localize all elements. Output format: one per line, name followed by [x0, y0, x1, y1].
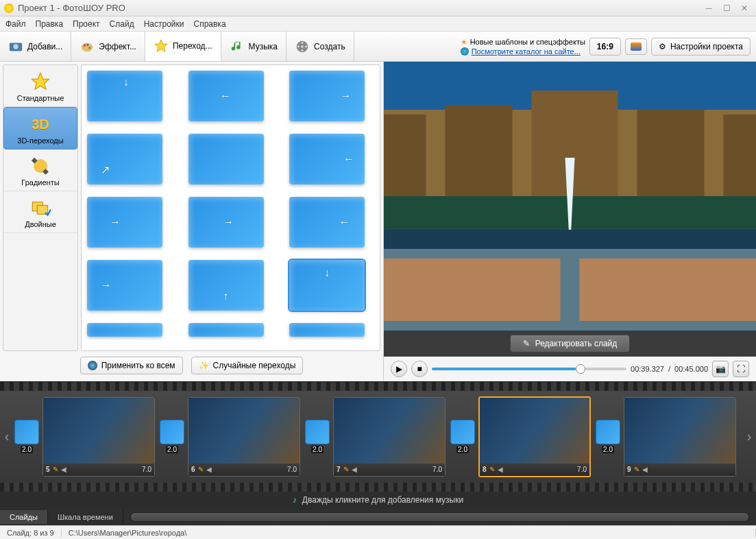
chevron-left-icon: ◀ [642, 466, 648, 473]
tab-music-label: Музыка [249, 42, 278, 51]
transitions-panel: Стандартные 3D 3D-переходы Градиенты Дво… [0, 62, 384, 381]
project-settings-button[interactable]: ⚙ Настройки проекта [651, 38, 751, 56]
transition-thumb[interactable]: ← [289, 134, 365, 184]
transition-thumb[interactable]: → [87, 197, 162, 248]
menu-edit[interactable]: Правка [36, 19, 64, 29]
menu-help[interactable]: Справка [193, 19, 225, 29]
aspect-button[interactable]: 16:9 [589, 38, 621, 56]
tab-create-label: Создать [314, 42, 345, 51]
menu-file[interactable]: Файл [5, 19, 26, 29]
timeline-scrollbar[interactable] [130, 512, 749, 522]
time-current: 00:39.327 [631, 365, 664, 373]
svg-point-3 [84, 44, 86, 46]
slide-duration: 7.0 [432, 466, 442, 473]
transition-thumbs: ↓ ← → ↗ ← → → ← → ↑ ↓ [81, 64, 380, 351]
transition-thumb[interactable]: → [87, 260, 162, 311]
transition-thumb[interactable]: → [289, 71, 365, 121]
sunset-icon [631, 43, 642, 51]
slide-number: 8 [483, 466, 487, 473]
transition-thumb[interactable]: → [188, 197, 264, 248]
tab-transitions-label: Переход... [173, 41, 212, 51]
pencil-icon: ✎ [634, 466, 639, 473]
transition-chip[interactable] [305, 420, 330, 444]
status-path: C:\Users\Manager\Pictures\города\ [62, 529, 756, 537]
transition-thumb[interactable] [87, 323, 162, 337]
menu-project[interactable]: Проект [73, 19, 100, 29]
chevron-left-icon: ◀ [61, 466, 66, 473]
transition-thumb[interactable] [188, 323, 264, 337]
preview-panel: ✎ Редактировать слайд ▶ ■ 00:39.327 / 00… [384, 62, 756, 381]
transition-thumb[interactable]: ↑ [188, 260, 264, 311]
slide-card[interactable]: 9✎◀ [624, 397, 736, 477]
tl-tab-slides[interactable]: Слайды [0, 510, 48, 524]
tab-music[interactable]: Музыка [221, 32, 286, 61]
cat-3d-icon: 3D [27, 113, 54, 135]
svg-point-10 [302, 49, 304, 51]
apply-all-button[interactable]: Применить ко всем [80, 357, 183, 374]
slide-duration: 7.0 [577, 466, 587, 473]
slide-card[interactable]: 8✎◀7.0 [478, 396, 591, 477]
slide-card[interactable]: 6✎◀7.0 [188, 397, 300, 477]
slide-card[interactable]: 7✎◀7.0 [333, 397, 446, 477]
svg-rect-31 [384, 259, 561, 321]
svg-rect-25 [637, 110, 705, 196]
audio-track[interactable]: ♪ Дважды кликните для добавления музыки [0, 492, 756, 510]
category-gradients[interactable]: Градиенты [3, 149, 77, 191]
transition-thumb[interactable]: ↓ [87, 71, 162, 121]
timeline-next[interactable]: › [742, 429, 756, 444]
transition-thumb[interactable]: ↗ [87, 134, 162, 184]
timeline-prev[interactable]: ‹ [0, 429, 14, 444]
tab-create[interactable]: Создать [286, 32, 354, 61]
transition-chip[interactable] [160, 420, 184, 444]
category-standard[interactable]: Стандартные [3, 65, 77, 107]
music-note-icon: ♪ [293, 495, 297, 505]
svg-point-8 [301, 45, 304, 48]
theme-button[interactable] [625, 38, 647, 55]
pencil-icon: ✎ [343, 466, 349, 473]
maximize-button[interactable]: ☐ [719, 3, 734, 13]
svg-marker-13 [32, 73, 49, 90]
transition-thumb[interactable] [289, 323, 365, 337]
play-button[interactable]: ▶ [391, 361, 407, 377]
close-button[interactable]: ✕ [737, 3, 752, 13]
category-list: Стандартные 3D 3D-переходы Градиенты Дво… [3, 64, 78, 351]
fullscreen-button[interactable]: ⛶ [733, 361, 749, 377]
stop-icon: ■ [417, 364, 422, 374]
category-doubles[interactable]: Двойные [3, 191, 77, 233]
stop-button[interactable]: ■ [411, 361, 428, 377]
snapshot-button[interactable]: 📷 [712, 361, 729, 377]
transition-thumb-selected[interactable]: ↓ [289, 260, 365, 311]
transition-chip[interactable] [596, 420, 620, 444]
play-icon: ▶ [396, 364, 402, 374]
transition-thumb[interactable] [188, 134, 264, 184]
slide-card[interactable]: 5✎◀7.0 [42, 397, 155, 477]
timeline: ‹ 2.05✎◀7.02.06✎◀7.02.07✎◀7.02.08✎◀7.02.… [0, 381, 756, 525]
random-button[interactable]: ✨ Случайные переходы [191, 357, 304, 374]
tab-add[interactable]: Добави... [0, 32, 71, 61]
transition-chip[interactable] [450, 420, 475, 444]
tab-effects[interactable]: Эффект... [71, 32, 145, 61]
globe-icon [461, 47, 469, 56]
wand-icon: ✨ [199, 361, 209, 370]
chevron-left-icon: ◀ [352, 466, 357, 473]
app-icon [4, 3, 14, 13]
slide-number: 6 [191, 466, 195, 473]
menu-settings[interactable]: Настройки [144, 19, 184, 29]
pencil-icon: ✎ [489, 466, 495, 473]
seek-slider[interactable] [432, 368, 626, 370]
svg-rect-23 [446, 105, 513, 196]
edit-slide-button[interactable]: ✎ Редактировать слайд [510, 335, 631, 352]
catalog-link[interactable]: Посмотрите каталог на сайте... [472, 47, 581, 56]
svg-point-11 [297, 45, 300, 47]
tab-transitions[interactable]: Переход... [145, 32, 221, 61]
tl-tab-timeline[interactable]: Шкала времени [48, 510, 123, 524]
transition-chip[interactable] [14, 420, 39, 444]
minimize-button[interactable]: ─ [701, 3, 716, 13]
menu-slide[interactable]: Слайд [110, 19, 134, 29]
globe-blue-icon [88, 361, 97, 370]
cat-star-icon [27, 71, 54, 93]
category-3d[interactable]: 3D 3D-переходы [3, 107, 77, 149]
transition-thumb[interactable]: ← [188, 71, 264, 121]
time-total: 00:45.000 [674, 365, 708, 373]
transition-thumb[interactable]: ← [289, 197, 365, 248]
